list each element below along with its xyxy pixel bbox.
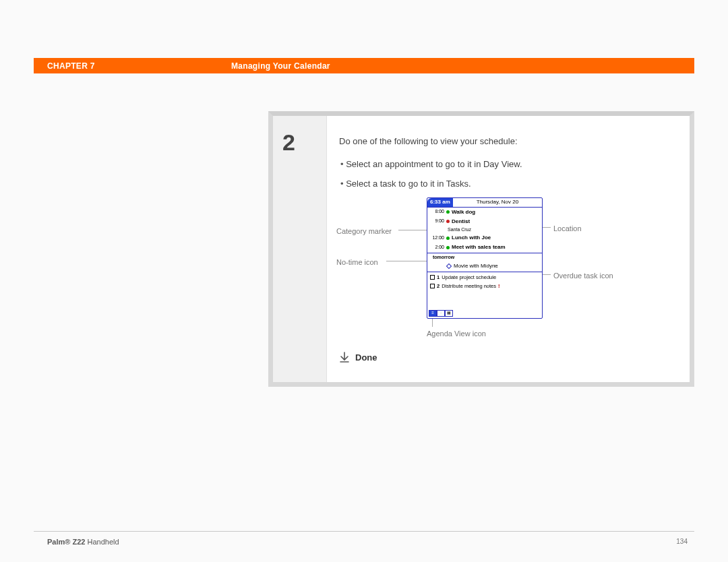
event-time: 8:00: [429, 208, 444, 216]
divider: [427, 253, 542, 253]
pda-event: 12:00 Lunch with Joe: [427, 233, 542, 243]
task-priority: 1: [437, 274, 439, 281]
pda-notime-event: Movie with Midyne: [427, 261, 542, 271]
footer-brand: Palm®: [47, 538, 70, 546]
event-time: 9:00: [429, 218, 444, 225]
event-title: Meet with sales team: [452, 243, 506, 251]
tomorrow-label: tomorrow: [427, 254, 542, 261]
event-title: Movie with Midyne: [454, 262, 498, 270]
category-marker-icon: [446, 210, 450, 214]
pda-event: 2:00 Meet with sales team: [427, 243, 542, 252]
category-marker-icon: [446, 246, 450, 249]
callout-no-time-icon: No-time icon: [336, 257, 378, 268]
divider: [427, 272, 542, 272]
pda-screen: 6:33 am Thursday, Nov 20 8:00 Walk dog 9…: [427, 197, 543, 319]
pda-titlebar: 6:33 am Thursday, Nov 20: [427, 198, 542, 208]
overdue-task-icon: !: [498, 282, 500, 290]
pda-task: 1 Update project schedule: [427, 273, 542, 282]
done-row: Done: [339, 351, 675, 365]
instruction-panel: 2 Do one of the following to view your s…: [268, 111, 694, 387]
pda-date: Thursday, Nov 20: [453, 198, 542, 206]
no-time-icon: [446, 263, 452, 268]
category-marker-icon: [446, 220, 450, 223]
pda-time: 6:33 am: [427, 198, 453, 207]
footer-suffix: Handheld: [88, 538, 119, 546]
step-content: Do one of the following to view your sch…: [327, 116, 690, 382]
footer-model: Z22: [72, 538, 85, 546]
pda-diagram: Category marker No-time icon Location Ov…: [339, 197, 675, 339]
event-time: 12:00: [429, 235, 444, 242]
event-title: Dentist: [452, 218, 470, 226]
chapter-label: CHAPTER 7: [47, 61, 231, 71]
step-number-column: 2: [273, 116, 327, 382]
week-view-icon: ▦: [445, 310, 453, 317]
bullet-1: Select an appointment to go to it in Day…: [339, 158, 675, 171]
task-title: Update project schedule: [442, 274, 496, 281]
checkbox-icon: [430, 284, 435, 288]
agenda-view-icon: ≡: [429, 310, 437, 317]
footer-text: Palm® Z22 Handheld: [47, 538, 119, 546]
done-arrow-icon: [339, 352, 350, 363]
pda-view-switcher: ≡ · ▦: [429, 310, 453, 317]
event-location: Santa Cruz: [427, 226, 542, 234]
callout-agenda-view-icon: Agenda View icon: [427, 328, 486, 340]
step-number: 2: [282, 129, 326, 156]
bullet-2: Select a task to go to it in Tasks.: [339, 177, 675, 191]
category-marker-icon: [446, 237, 450, 240]
event-title: Walk dog: [452, 208, 475, 216]
task-title: Distribute meeting notes: [442, 282, 496, 290]
pda-event: 8:00 Walk dog: [427, 208, 542, 217]
chapter-title: Managing Your Calendar: [231, 61, 330, 71]
checkbox-icon: [430, 275, 435, 280]
callout-category-marker: Category marker: [336, 226, 392, 237]
step-instruction: Do one of the following to view your sch…: [339, 135, 675, 148]
event-time: 2:00: [429, 244, 444, 251]
done-label: Done: [355, 351, 377, 365]
event-title: Lunch with Joe: [452, 234, 491, 242]
pda-task: 2 Distribute meeting notes !: [427, 282, 542, 290]
task-priority: 2: [437, 282, 439, 290]
pda-event: 9:00 Dentist: [427, 217, 542, 226]
chapter-header-bar: CHAPTER 7 Managing Your Calendar: [34, 58, 694, 73]
callout-overdue-task-icon: Overdue task icon: [553, 270, 613, 282]
lead-line: [432, 317, 433, 327]
footer-rule: [34, 531, 694, 532]
callout-location: Location: [553, 223, 582, 235]
page-number: 134: [676, 538, 688, 545]
day-view-icon: ·: [437, 310, 445, 317]
